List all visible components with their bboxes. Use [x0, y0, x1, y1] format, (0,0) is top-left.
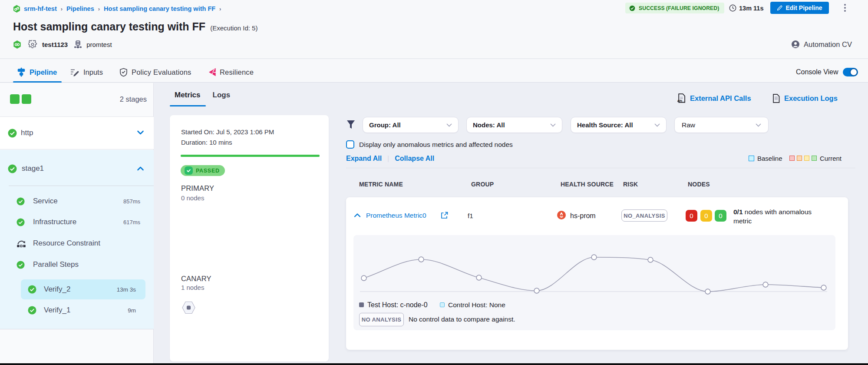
svg-text:API: API	[677, 100, 682, 103]
